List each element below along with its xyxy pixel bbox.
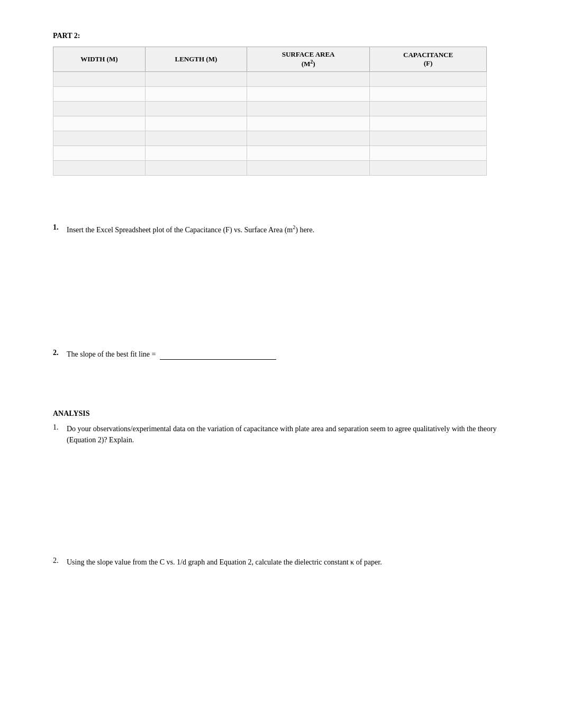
table-cell (145, 116, 247, 131)
table-cell (370, 161, 487, 176)
analysis-text-1: Do your observations/experimental data o… (67, 423, 509, 445)
slope-blank (160, 359, 276, 360)
analysis-section: ANALYSIS 1. Do your observations/experim… (53, 410, 509, 679)
table-cell (247, 131, 370, 146)
table-cell (145, 161, 247, 176)
table-cell (145, 146, 247, 161)
analysis-text-2: Using the slope value from the C vs. 1/d… (67, 557, 382, 568)
analysis-num-1: 1. (53, 423, 67, 445)
col-capacitance: CAPACITANCE(F) (370, 47, 487, 72)
spacer-1 (53, 192, 509, 223)
data-table: WIDTH (M) LENGTH (M) SURFACE AREA(M2) CA… (53, 47, 487, 176)
spacer-3 (53, 451, 509, 557)
table-cell (145, 87, 247, 102)
question-1: 1. Insert the Excel Spreadsheet plot of … (53, 223, 509, 235)
table-cell (247, 87, 370, 102)
analysis-item-1: 1. Do your observations/experimental dat… (53, 423, 509, 445)
table-cell (53, 102, 146, 116)
table-cell (370, 131, 487, 146)
table-cell (247, 102, 370, 116)
table-cell (53, 116, 146, 131)
analysis-item-2: 2. Using the slope value from the C vs. … (53, 557, 509, 568)
table-cell (53, 131, 146, 146)
table-row (53, 116, 487, 131)
table-row (53, 146, 487, 161)
table-row (53, 131, 487, 146)
table-cell (145, 72, 247, 87)
table-cell (53, 87, 146, 102)
table-cell (370, 72, 487, 87)
table-cell (53, 161, 146, 176)
spacer-2 (53, 367, 509, 399)
table-cell (145, 131, 247, 146)
table-cell (370, 87, 487, 102)
table-cell (247, 161, 370, 176)
col-surface-area: SURFACE AREA(M2) (247, 47, 370, 72)
col-length: LENGTH (M) (145, 47, 247, 72)
q1-text: Insert the Excel Spreadsheet plot of the… (67, 223, 314, 235)
table-cell (370, 146, 487, 161)
table-row (53, 102, 487, 116)
table-cell (247, 146, 370, 161)
part2-label: PART 2: (53, 32, 509, 40)
analysis-title: ANALYSIS (53, 410, 509, 418)
col-width: WIDTH (M) (53, 47, 146, 72)
table-row (53, 87, 487, 102)
table-cell (370, 116, 487, 131)
table-row (53, 72, 487, 87)
q2-text: The slope of the best fit line = (67, 349, 276, 360)
table-cell (370, 102, 487, 116)
table-cell (247, 72, 370, 87)
table-row (53, 161, 487, 176)
q1-number: 1. (53, 223, 67, 235)
spacer-4 (53, 573, 509, 679)
analysis-num-2: 2. (53, 557, 67, 568)
q2-number: 2. (53, 349, 67, 360)
chart-space (53, 243, 509, 349)
table-cell (247, 116, 370, 131)
table-cell (53, 72, 146, 87)
part2-section: PART 2: WIDTH (M) LENGTH (M) SURFACE ARE… (53, 32, 509, 176)
question-2: 2. The slope of the best fit line = (53, 349, 509, 360)
table-cell (145, 102, 247, 116)
table-cell (53, 146, 146, 161)
